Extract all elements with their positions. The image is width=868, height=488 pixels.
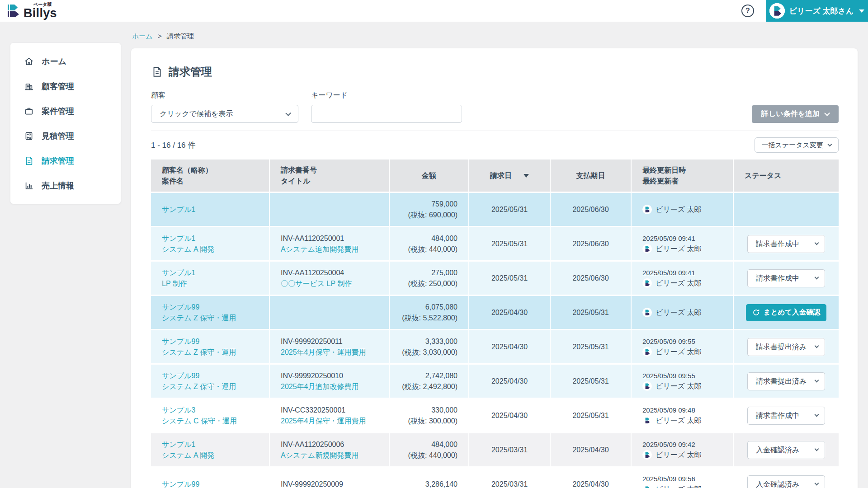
billing-date-cell: 2025/04/30	[469, 365, 550, 398]
refresh-icon	[752, 309, 760, 316]
invoice-cell: INV-AA1120250006Aシステム新規開発費用	[270, 433, 389, 466]
case-link[interactable]: システム Z 保守・運用	[162, 381, 258, 392]
due-date-cell: 2025/05/31	[551, 330, 631, 363]
invoice-title-link[interactable]: 2025年4月保守・運用費用	[281, 416, 378, 426]
status-select[interactable]: 入金確認済み	[747, 475, 825, 488]
customer-link[interactable]: サンプル99	[162, 302, 258, 312]
sidebar-item-calculator[interactable]: 見積管理	[10, 123, 121, 148]
customer-link[interactable]: サンプル99	[162, 371, 258, 381]
table-row: サンプル1システム A 開発INV-AA1120250001Aシステム追加開発費…	[151, 227, 839, 260]
updated-cell: 2025/05/09 09:48ビリーズ 太郎	[632, 399, 733, 432]
due-date-cell: 2025/06/30	[551, 262, 631, 295]
sidebar-nav: ホーム顧客管理案件管理見積管理請求管理売上情報	[10, 49, 121, 198]
bulk-status-label: 一括ステータス変更	[762, 141, 823, 150]
status-select[interactable]: 請求書提出済み	[747, 338, 825, 356]
invoice-table: 顧客名（略称） 案件名 請求書番号 タイトル 金額 請求日 支払期日 最終更新日…	[151, 160, 839, 488]
avatar	[642, 416, 652, 425]
case-link[interactable]: LP 制作	[162, 278, 258, 289]
amount-value: 275,000	[431, 267, 458, 278]
avatar	[642, 278, 652, 288]
amount-tax-excluded: (税抜: 300,000)	[408, 416, 458, 426]
updater: ビリーズ 太郎	[642, 450, 722, 460]
billing-date: 2025/05/31	[491, 239, 528, 249]
customer-cell: サンプル1LP 制作	[151, 262, 269, 295]
sidebar-item-label: 顧客管理	[42, 81, 74, 92]
customer-link[interactable]: サンプル3	[162, 405, 258, 415]
sidebar-item-invoice[interactable]: 請求管理	[10, 148, 121, 173]
bulk-payment-confirm-button[interactable]: まとめて入金確認	[746, 304, 826, 321]
billing-date-cell: 2025/04/30	[469, 296, 550, 329]
customer-link[interactable]: サンプル1	[162, 267, 258, 278]
chevron-down-icon	[815, 378, 819, 383]
updater-name: ビリーズ 太郎	[656, 381, 702, 391]
updated-at: 2025/05/09 09:41	[642, 268, 722, 278]
customer-link[interactable]: サンプル1	[162, 233, 258, 244]
breadcrumb: ホーム > 請求管理	[132, 32, 194, 41]
user-menu[interactable]: ビリーズ 太郎さん	[766, 0, 868, 22]
sort-desc-icon	[524, 174, 529, 178]
sidebar-item-briefcase[interactable]: 案件管理	[10, 99, 121, 123]
case-link[interactable]: システム C 保守・運用	[162, 416, 258, 426]
status-select[interactable]: 請求書作成中	[747, 235, 825, 253]
updated-cell: 2025/05/09 09:56ビリーズ 太郎	[632, 468, 733, 488]
status-cell: 請求書作成中	[734, 262, 839, 295]
customer-link[interactable]: サンプル99	[162, 479, 258, 488]
user-name: ビリーズ 太郎さん	[789, 6, 854, 16]
help-icon[interactable]: ?	[741, 5, 754, 17]
invoice-cell	[270, 193, 389, 226]
app-logo[interactable]: ベータ版 Billys	[7, 2, 57, 19]
due-date: 2025/05/31	[572, 410, 609, 421]
header-due-date: 支払期日	[551, 160, 631, 192]
sidebar-item-home[interactable]: ホーム	[10, 49, 121, 74]
invoice-title-link[interactable]: 2025年4月保守・運用費用	[281, 347, 378, 357]
due-date-cell: 2025/04/30	[551, 433, 631, 466]
amount-value: 759,000	[431, 199, 458, 209]
status-select[interactable]: 請求書作成中	[747, 269, 825, 287]
invoice-title-link[interactable]: Aシステム新規開発費用	[281, 450, 378, 460]
customer-select[interactable]: クリックで候補を表示	[151, 105, 298, 123]
sidebar-item-building[interactable]: 顧客管理	[10, 74, 121, 99]
customer-cell: サンプル1システム A 開発	[151, 227, 269, 260]
header-invoice: 請求書番号 タイトル	[270, 160, 389, 192]
breadcrumb-home-link[interactable]: ホーム	[132, 32, 153, 40]
case-link[interactable]: システム A 開発	[162, 244, 258, 254]
customer-link[interactable]: サンプル99	[162, 336, 258, 347]
amount-cell: 484,000(税抜: 440,000)	[390, 433, 468, 466]
due-date: 2025/05/31	[572, 342, 609, 352]
amount-cell: 3,286,140	[390, 468, 468, 488]
amount-value: 3,286,140	[425, 479, 458, 488]
updater-name: ビリーズ 太郎	[656, 347, 702, 357]
amount-cell: 330,000(税抜: 300,000)	[390, 399, 468, 432]
keyword-filter-label: キーワード	[311, 91, 462, 100]
customer-filter-label: 顧客	[151, 91, 298, 100]
status-select[interactable]: 入金確認済み	[747, 441, 825, 459]
customer-link[interactable]: サンプル1	[162, 204, 258, 215]
invoice-number: INV-999920250011	[281, 336, 378, 347]
due-date: 2025/06/30	[572, 273, 609, 283]
case-link[interactable]: システム Z 保守・運用	[162, 313, 258, 323]
invoice-title-link[interactable]: Aシステム追加開発費用	[281, 244, 378, 254]
case-link[interactable]: システム A 開発	[162, 450, 258, 460]
status-select[interactable]: 請求書作成中	[747, 407, 825, 425]
avatar	[642, 205, 652, 214]
due-date: 2025/05/31	[572, 307, 609, 318]
customer-link[interactable]: サンプル1	[162, 439, 258, 450]
invoice-cell: INV-9999202500112025年4月保守・運用費用	[270, 330, 389, 363]
sidebar-item-bar-chart[interactable]: 売上情報	[10, 173, 121, 198]
advanced-filter-button[interactable]: 詳しい条件を追加	[752, 105, 839, 123]
billing-date-cell: 2025/03/31	[469, 433, 550, 466]
sidebar-item-label: 売上情報	[42, 180, 74, 191]
bulk-status-button[interactable]: 一括ステータス変更	[755, 137, 839, 153]
case-link[interactable]: システム Z 保守・運用	[162, 347, 258, 357]
chevron-down-icon	[815, 481, 819, 486]
action-label: まとめて入金確認	[764, 308, 820, 317]
invoice-title-link[interactable]: 〇〇サービス LP 制作	[281, 278, 378, 289]
table-body: サンプル1759,000(税抜: 690,000)2025/05/312025/…	[151, 193, 839, 488]
status-cell: 入金確認済み	[734, 433, 839, 466]
updated-at: 2025/05/09 09:42	[642, 440, 722, 450]
header-billing-date[interactable]: 請求日	[469, 160, 550, 192]
status-select[interactable]: 請求書提出済み	[747, 372, 825, 390]
keyword-input[interactable]	[311, 105, 462, 123]
invoice-title-link[interactable]: 2025年4月追加改修費用	[281, 381, 378, 392]
billys-avatar-icon	[769, 3, 785, 19]
